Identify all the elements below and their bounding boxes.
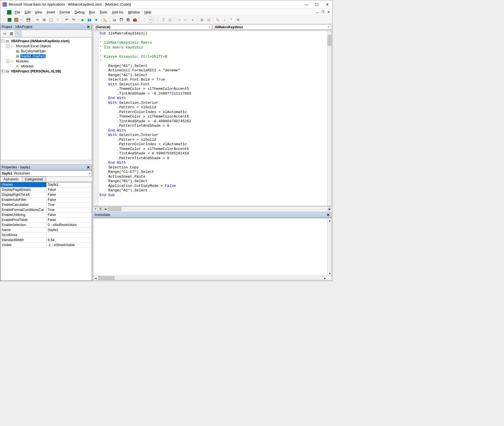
expand-icon[interactable]: + xyxy=(1,70,4,73)
immediate-panel-header[interactable]: Immediate ✕ xyxy=(93,212,332,218)
code-editor[interactable]: Sub ilkMakroKaydimiz() ' ' ilkMakroKaydi… xyxy=(93,30,332,206)
paste-button[interactable]: 📋 xyxy=(48,17,54,23)
redo-button[interactable]: ↷ xyxy=(70,17,77,23)
minimize-button[interactable]: — xyxy=(303,2,309,7)
scroll-right-icon[interactable]: ▸ xyxy=(323,276,327,280)
list-constants-button[interactable]: ▤ xyxy=(167,17,173,23)
property-row[interactable]: EnableOutliningFalse xyxy=(1,213,92,218)
indent-button[interactable]: ⇥ xyxy=(176,17,182,23)
find-button[interactable]: ⚲ xyxy=(55,17,61,23)
outdent-button[interactable]: ⇤ xyxy=(183,17,189,23)
tree-item-sheet1[interactable]: ▦ Sayfa1 (Sayfa1) xyxy=(1,54,91,59)
property-value[interactable]: False xyxy=(47,197,92,202)
menu-file[interactable]: File xyxy=(13,10,22,15)
insert-dropdown-icon[interactable]: ▾ xyxy=(20,17,22,23)
reset-button[interactable]: ■ xyxy=(93,17,99,23)
menu-help[interactable]: Help xyxy=(142,10,153,15)
property-row[interactable]: DisplayRightToLeftFalse xyxy=(1,192,92,197)
undo-button[interactable]: ↶ xyxy=(64,17,70,23)
tree-item-module1[interactable]: ⊞ Module1 xyxy=(1,64,91,69)
property-value[interactable]: 8,54 xyxy=(47,238,92,243)
menu-add-ins[interactable]: Add-Ins xyxy=(110,10,126,15)
prev-bookmark-button[interactable]: ⤒ xyxy=(228,17,234,23)
menu-window[interactable]: Window xyxy=(126,10,142,15)
immediate-horizontal-scrollbar[interactable]: ◂ ▸ xyxy=(93,276,327,280)
property-row[interactable]: StandardWidth8,54 xyxy=(1,238,92,243)
excel-icon[interactable] xyxy=(7,10,11,15)
toggle-folders-button[interactable]: 🗀 xyxy=(15,30,21,37)
property-value[interactable]: Sayfa1 xyxy=(47,182,92,187)
scroll-up-icon[interactable]: ▴ xyxy=(327,218,332,223)
collapse-icon[interactable]: − xyxy=(6,44,10,48)
project-panel-header[interactable]: Project - VBAProject ✕ xyxy=(0,24,92,30)
mdi-restore-button[interactable]: ❐ xyxy=(321,10,325,15)
insert-module-button[interactable] xyxy=(13,17,19,23)
tree-project-personal[interactable]: + 🗃 VBAProject (PERSONAL.XLSB) xyxy=(1,69,91,74)
procedure-combo[interactable]: ilkMakroKaydimiz ▾ xyxy=(213,24,331,30)
menu-edit[interactable]: Edit xyxy=(22,10,33,15)
object-combo[interactable]: (General) ▾ xyxy=(94,24,212,30)
property-row[interactable]: EnableFormatConditionsCalTrue xyxy=(1,208,92,213)
toggle-breakpoint-button[interactable]: ● xyxy=(190,17,196,23)
property-row[interactable]: EnableCalculationTrue xyxy=(1,203,92,208)
break-button[interactable]: ▮▮ xyxy=(86,17,93,23)
property-value[interactable]: False xyxy=(47,192,92,197)
project-tree[interactable]: − 🗃 VBAProject (ilkMakroKaydimiz.xlsm) −… xyxy=(0,37,92,160)
property-row[interactable]: Visible-1 - xlSheetVisible xyxy=(1,243,92,248)
properties-window-button[interactable]: 🗔 xyxy=(118,17,124,23)
menu-view[interactable]: View xyxy=(33,10,44,15)
copy-button[interactable]: ⧉ xyxy=(41,17,47,23)
code-horizontal-scrollbar[interactable]: ◂ ▸ xyxy=(103,207,332,211)
toolbox-button[interactable]: 🧰 xyxy=(132,17,138,23)
scroll-left-icon[interactable]: ◂ xyxy=(93,276,98,280)
save-button[interactable]: 💾 xyxy=(25,17,31,23)
properties-panel-close-button[interactable]: ✕ xyxy=(86,165,91,170)
property-row[interactable]: (Name)Sayfa1 xyxy=(1,182,92,187)
project-panel-close-button[interactable]: ✕ xyxy=(86,25,91,29)
property-value[interactable]: False xyxy=(47,213,92,217)
clear-bookmarks-button[interactable]: 🗙 xyxy=(235,17,241,23)
uncomment-block-button[interactable]: ▧ xyxy=(205,17,212,23)
property-row[interactable]: DisplayPageBreaksFalse xyxy=(1,187,92,192)
menu-debug[interactable]: Debug xyxy=(72,10,87,15)
help-button[interactable]: ❔ xyxy=(141,17,147,23)
object-browser-button[interactable]: 📚 xyxy=(125,17,131,23)
property-row[interactable]: EnableSelection0 - xlNoRestrictions xyxy=(1,223,92,228)
scrollbar-thumb[interactable] xyxy=(98,276,115,280)
cut-button[interactable]: ✂ xyxy=(34,17,41,23)
collapse-icon[interactable]: − xyxy=(1,39,4,43)
tab-categorized[interactable]: Categorized xyxy=(22,176,46,182)
procedure-view-button[interactable]: ≡ xyxy=(93,207,98,211)
menu-format[interactable]: Format xyxy=(57,10,72,15)
property-value[interactable]: True xyxy=(47,203,92,207)
tree-item-workbook[interactable]: ▦ BuÇalışmaKitabı xyxy=(1,49,91,54)
tree-project-root[interactable]: − 🗃 VBAProject (ilkMakroKaydimiz.xlsm) xyxy=(1,39,91,44)
menu-insert[interactable]: Insert xyxy=(44,10,57,15)
list-properties-button[interactable]: ☰ xyxy=(160,17,166,23)
property-value[interactable]: False xyxy=(47,187,92,192)
properties-grid[interactable]: (Name)Sayfa1DisplayPageBreaksFalseDispla… xyxy=(0,182,92,281)
mdi-minimize-button[interactable]: — xyxy=(315,10,320,15)
property-value[interactable] xyxy=(47,233,92,237)
code-text-area[interactable]: Sub ilkMakroKaydimiz() ' ' ilkMakroKaydi… xyxy=(98,31,327,206)
property-value[interactable]: 0 - xlNoRestrictions xyxy=(47,223,92,227)
next-bookmark-button[interactable]: ⤓ xyxy=(221,17,228,23)
properties-object-selector[interactable]: Sayfa1 Worksheet ▾ xyxy=(0,170,92,176)
view-excel-button[interactable] xyxy=(6,17,13,23)
view-object-button[interactable]: ▥ xyxy=(8,30,15,37)
scrollbar-thumb[interactable] xyxy=(328,35,332,46)
property-row[interactable]: EnablePivotTableFalse xyxy=(1,218,92,223)
view-code-button[interactable]: ▭ xyxy=(2,30,8,37)
toggle-bookmark-button[interactable]: 🔖 xyxy=(215,17,221,23)
tab-alphabetic[interactable]: Alphabetic xyxy=(0,176,22,182)
comment-block-button[interactable]: ▦ xyxy=(199,17,205,23)
design-mode-button[interactable]: 📐 xyxy=(102,17,108,23)
mdi-close-button[interactable]: ✕ xyxy=(326,10,331,15)
project-explorer-button[interactable]: 🗂 xyxy=(112,17,118,23)
close-button[interactable]: ✕ xyxy=(325,2,330,7)
immediate-vertical-scrollbar[interactable]: ▴ ▾ xyxy=(327,218,332,276)
menu-run[interactable]: Run xyxy=(87,10,97,15)
immediate-text-area[interactable]: ▴ ▾ ◂ ▸ xyxy=(93,218,332,280)
property-row[interactable]: EnableAutoFilterFalse xyxy=(1,197,92,203)
scrollbar-thumb[interactable] xyxy=(108,207,122,211)
